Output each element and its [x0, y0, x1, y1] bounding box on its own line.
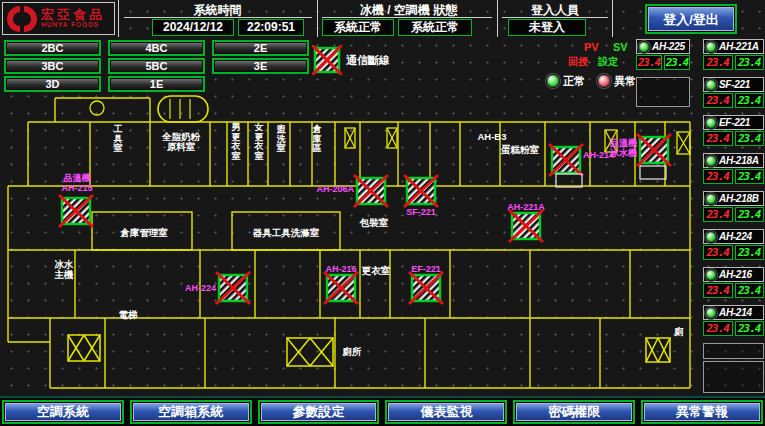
empty-unit-slot [703, 361, 764, 393]
unit-values: 23.423.4 [703, 245, 764, 260]
unit-status-led [705, 79, 717, 91]
unit-name-row[interactable]: AH-216 [703, 267, 764, 282]
floor-button-label: 2BC [6, 42, 99, 54]
map-room-label: 冰水主機 [54, 259, 75, 280]
map-device-AH-224[interactable]: AH-224 [185, 272, 250, 304]
system-time-value: 22:09:51 [238, 19, 304, 36]
unit-block-EF-221: EF-22123.423.4 [703, 115, 764, 146]
map-device-AH-221A[interactable]: AH-221A [507, 202, 545, 242]
nav-button-label[interactable]: 密碼權限 [516, 403, 632, 421]
nav-button-label[interactable]: 參數設定 [261, 403, 377, 421]
floor-button-label: 2E [214, 42, 307, 54]
floor-button-2E[interactable]: 2E [212, 40, 309, 56]
unit-name-row[interactable]: AH-225 [636, 39, 690, 54]
unit-status-led [705, 307, 717, 319]
floor-button-4BC[interactable]: 4BC [108, 40, 205, 56]
comm-loss-icon [312, 45, 342, 75]
map-device-AH-216[interactable]: AH-216 [324, 264, 358, 304]
unit-values: 23.423.4 [703, 131, 764, 146]
unit-status-led [705, 269, 717, 281]
map-device-label: AH-221A [507, 202, 545, 212]
unit-column-right: AH-221A23.423.4SF-22123.423.4EF-22123.42… [703, 39, 764, 395]
nav-button-空調箱系統[interactable]: 空調箱系統 [130, 400, 252, 424]
nav-button-label[interactable]: 儀表監視 [388, 403, 504, 421]
comm-loss-label: 通信斷線 [346, 53, 390, 68]
svg-text:全脂奶粉原料室: 全脂奶粉原料室 [161, 131, 202, 152]
unit-pv-value: 23.4 [703, 207, 733, 222]
map-device-EF-221[interactable]: EF-221 [409, 264, 443, 304]
map-device-SF-221[interactable]: SF-221 [404, 175, 438, 217]
login-logout-button[interactable]: 登入/登出 [645, 4, 737, 34]
map-device-label: 品溫機冰水機 [610, 138, 637, 158]
stairs-symbol [68, 335, 100, 361]
map-device-AH-214[interactable]: AH-214 [549, 144, 614, 176]
svg-text:電梯: 電梯 [119, 309, 139, 320]
svg-text:廁所: 廁所 [342, 346, 363, 357]
map-room-label: 包裝室 [359, 217, 389, 228]
nav-button-儀表監視[interactable]: 儀表監視 [385, 400, 507, 424]
empty-unit-slot [703, 343, 764, 359]
nav-button-密碼權限[interactable]: 密碼權限 [513, 400, 635, 424]
login-user-label: 登入人員 [500, 2, 610, 19]
unit-name-row[interactable]: AH-221A [703, 39, 764, 54]
unit-name-row[interactable]: AH-218A [703, 153, 764, 168]
svg-text:更衣室: 更衣室 [362, 265, 391, 276]
unit-status-led [705, 117, 717, 129]
unit-values: 23.423.4 [703, 55, 764, 70]
unit-name-row[interactable]: SF-221 [703, 77, 764, 92]
unit-sv-value: 23.4 [735, 93, 765, 108]
nav-button-異常警報[interactable]: 異常警報 [641, 400, 763, 424]
unit-block-AH-224: AH-22423.423.4 [703, 229, 764, 260]
login-logout-button-label[interactable]: 登入/登出 [648, 7, 734, 31]
unit-pv-value: 23.4 [703, 93, 733, 108]
map-room-label: 蛋糕粉室 [500, 144, 540, 155]
pv-label: PV [584, 41, 599, 53]
unit-sv-value: 23.4 [735, 245, 765, 260]
unit-status-led [705, 41, 717, 53]
unit-name-label: AH-221A [719, 41, 759, 52]
unit-status-led [705, 231, 717, 243]
map-device-label: AH-206A [316, 184, 354, 194]
map-room-label: 男更衣室 [231, 122, 241, 161]
nav-button-參數設定[interactable]: 參數設定 [258, 400, 380, 424]
map-device-label: AH-216 [325, 264, 356, 274]
map-room-label: 女更衣室 [254, 122, 264, 161]
svg-text:包裝室: 包裝室 [359, 217, 389, 228]
unit-name-row[interactable]: AH-224 [703, 229, 764, 244]
unit-status-led [705, 193, 717, 205]
nav-button-label[interactable]: 空調箱系統 [133, 403, 249, 421]
svg-text:廁: 廁 [673, 326, 684, 337]
unit-pv-value: 23.4 [703, 245, 733, 260]
unit-block-AH-225: AH-22523.423.4 [636, 39, 690, 70]
unit-name-label: AH-225 [652, 41, 685, 52]
floor-button-2BC[interactable]: 2BC [4, 40, 101, 56]
map-room-label: 全脂奶粉原料室 [161, 131, 202, 152]
unit-block-AH-218B: AH-218B23.423.4 [703, 191, 764, 222]
svg-text:蛋糕粉室: 蛋糕粉室 [500, 144, 540, 155]
floor-button-label: 3E [214, 60, 307, 72]
sv-name-label: 設定 [598, 55, 618, 69]
floor-button-3E[interactable]: 3E [212, 58, 309, 74]
scada-hmi-screen: 宏亞食品 HUNYA FOODS 系統時間 2024/12/12 22:09:5… [0, 0, 765, 426]
floor-button-1E[interactable]: 1E [108, 76, 205, 92]
logo-subtitle: HUNYA FOODS [41, 21, 105, 29]
floor-button-3D[interactable]: 3D [4, 76, 101, 92]
nav-button-label[interactable]: 異常警報 [644, 403, 760, 421]
unit-name-row[interactable]: AH-214 [703, 305, 764, 320]
map-room-label: 廁所 [342, 346, 363, 357]
unit-block-AH-216: AH-21623.423.4 [703, 267, 764, 298]
nav-button-空調系統[interactable]: 空調系統 [2, 400, 124, 424]
unit-pv-value: 23.4 [703, 131, 733, 146]
map-device-AH-206A[interactable]: AH-206A [316, 175, 388, 207]
unit-name-row[interactable]: AH-218B [703, 191, 764, 206]
floor-button-3BC[interactable]: 3BC [4, 58, 101, 74]
map-equipment-box [556, 174, 582, 187]
map-device-AH-215[interactable]: 品溫機AH-215 [59, 173, 93, 227]
map-device-品溫機-冰水機[interactable]: 品溫機冰水機 [610, 134, 671, 166]
floor-button-5BC[interactable]: 5BC [108, 58, 205, 74]
unit-name-row[interactable]: EF-221 [703, 115, 764, 130]
map-room-label: 更衣室 [362, 265, 391, 276]
nav-button-label[interactable]: 空調系統 [5, 403, 121, 421]
bottom-nav-bar: 空調系統空調箱系統參數設定儀表監視密碼權限異常警報 [0, 396, 765, 426]
normal-label: 正常 [563, 74, 585, 89]
